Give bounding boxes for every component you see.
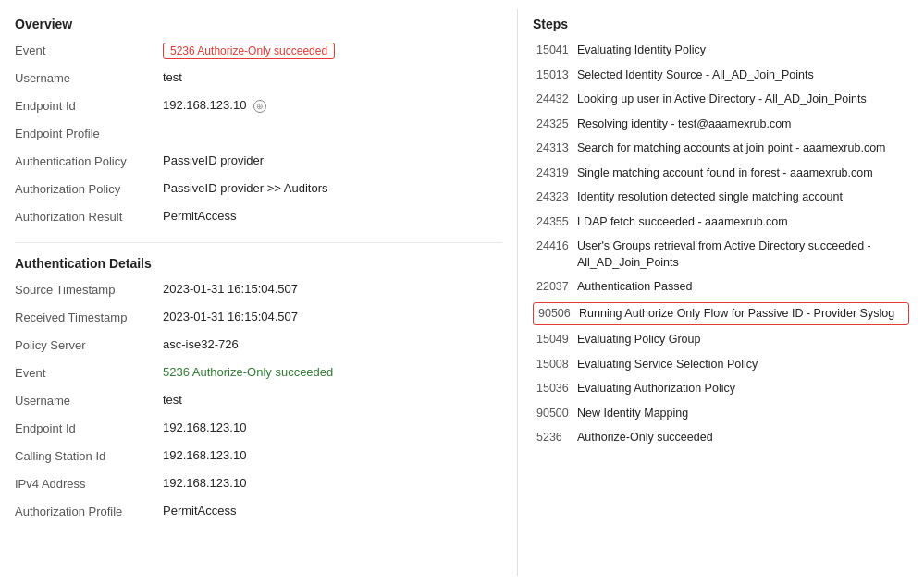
step-desc-14: New Identity Mapping — [577, 406, 906, 422]
step-code-12: 15008 — [536, 357, 577, 371]
step-desc-6: Identity resolution detected single matc… — [577, 189, 906, 206]
step-desc-8: User's Groups retrieval from Active Dire… — [577, 238, 906, 271]
step-row-10: 90506Running Authorize Only Flow for Pas… — [533, 302, 909, 326]
field-row-endpoint-id-detail: Endpoint Id 192.168.123.10 — [15, 420, 502, 441]
step-code-10: 90506 — [538, 306, 579, 320]
step-row-12: 15008Evaluating Service Selection Policy — [533, 355, 909, 375]
step-code-3: 24325 — [536, 116, 577, 130]
label-authz-profile: Authorization Profile — [15, 504, 163, 518]
label-endpoint-profile: Endpoint Profile — [15, 126, 163, 140]
field-row-event-detail: Event 5236 Authorize-Only succeeded — [15, 365, 502, 385]
field-row-source-ts: Source Timestamp 2023-01-31 16:15:04.507 — [15, 282, 502, 302]
endpoint-info-icon[interactable]: ⊕ — [253, 100, 266, 113]
value-auth-policy: PassiveID provider — [163, 153, 502, 167]
label-username: Username — [15, 70, 163, 85]
step-row-1: 15013Selected Identity Source - All_AD_J… — [533, 66, 909, 86]
step-code-13: 15036 — [536, 381, 577, 395]
step-row-7: 24355LDAP fetch succeeded - aaamexrub.co… — [533, 213, 909, 233]
step-code-0: 15041 — [536, 43, 577, 56]
section-divider — [15, 242, 502, 243]
field-row-auth-policy: Authentication Policy PassiveID provider — [15, 153, 502, 174]
step-row-4: 24313Search for matching accounts at joi… — [533, 139, 909, 159]
value-source-ts: 2023-01-31 16:15:04.507 — [163, 282, 502, 296]
step-row-15: 5236Authorize-Only succeeded — [533, 428, 909, 448]
right-panel: Steps 15041Evaluating Identity Policy150… — [518, 9, 924, 576]
step-desc-11: Evaluating Policy Group — [577, 332, 906, 348]
step-code-5: 24319 — [536, 165, 577, 179]
step-code-1: 15013 — [536, 67, 577, 81]
step-desc-2: Looking up user in Active Directory - Al… — [577, 91, 906, 108]
label-policy-server: Policy Server — [15, 337, 163, 352]
field-row-ipv4: IPv4 Address 192.168.123.10 — [15, 476, 502, 496]
step-desc-7: LDAP fetch succeeded - aaamexrub.com — [577, 214, 906, 231]
step-code-14: 90500 — [536, 406, 577, 420]
event-detail-badge: 5236 Authorize-Only succeeded — [163, 365, 333, 379]
auth-details-title: Authentication Details — [15, 256, 502, 271]
step-code-15: 5236 — [536, 430, 577, 444]
label-event-detail: Event — [15, 365, 163, 380]
value-endpoint-id-detail: 192.168.123.10 — [163, 420, 502, 434]
step-code-7: 24355 — [536, 214, 577, 228]
field-row-endpoint-profile: Endpoint Profile — [15, 126, 502, 146]
label-endpoint-id-detail: Endpoint Id — [15, 420, 163, 435]
step-desc-13: Evaluating Authorization Policy — [577, 381, 906, 397]
step-row-9: 22037Authentication Passed — [533, 277, 909, 298]
label-ipv4: IPv4 Address — [15, 476, 163, 491]
field-row-event: Event 5236 Authorize-Only succeeded — [15, 43, 502, 63]
value-ipv4: 192.168.123.10 — [163, 476, 502, 490]
value-authz-profile: PermitAccess — [163, 504, 502, 518]
auth-details-section: Authentication Details Source Timestamp … — [15, 256, 502, 524]
value-authz-result: PermitAccess — [163, 209, 502, 223]
value-received-ts: 2023-01-31 16:15:04.507 — [163, 310, 502, 323]
step-desc-0: Evaluating Identity Policy — [577, 43, 906, 59]
step-row-3: 24325Resolving identity - test@aaamexrub… — [533, 115, 909, 135]
step-code-8: 24416 — [536, 238, 577, 252]
event-badge: 5236 Authorize-Only succeeded — [163, 43, 335, 59]
field-row-username-detail: Username test — [15, 393, 502, 413]
label-source-ts: Source Timestamp — [15, 282, 163, 297]
step-code-4: 24313 — [536, 140, 577, 154]
step-code-9: 22037 — [536, 279, 577, 293]
step-row-6: 24323Identity resolution detected single… — [533, 188, 909, 208]
value-event: 5236 Authorize-Only succeeded — [163, 43, 502, 59]
step-code-6: 24323 — [536, 189, 577, 203]
step-row-14: 90500New Identity Mapping — [533, 404, 909, 424]
value-calling-station: 192.168.123.10 — [163, 448, 502, 462]
field-row-endpoint-id: Endpoint Id 192.168.123.10 ⊕ — [15, 98, 502, 118]
step-desc-12: Evaluating Service Selection Policy — [577, 357, 906, 373]
step-desc-1: Selected Identity Source - All_AD_Join_P… — [577, 67, 906, 84]
step-desc-3: Resolving identity - test@aaamexrub.com — [577, 116, 906, 133]
step-desc-9: Authentication Passed — [577, 279, 906, 296]
field-row-username: Username test — [15, 70, 502, 91]
value-username-detail: test — [163, 393, 502, 407]
value-endpoint-id: 192.168.123.10 ⊕ — [163, 98, 502, 113]
field-row-calling-station: Calling Station Id 192.168.123.10 — [15, 448, 502, 469]
field-row-policy-server: Policy Server asc-ise32-726 — [15, 337, 502, 358]
left-panel: Overview Event 5236 Authorize-Only succe… — [0, 9, 518, 576]
step-row-13: 15036Evaluating Authorization Policy — [533, 379, 909, 399]
label-calling-station: Calling Station Id — [15, 448, 163, 463]
steps-list: 15041Evaluating Identity Policy15013Sele… — [533, 41, 909, 448]
label-event: Event — [15, 43, 163, 57]
field-row-authz-policy: Authorization Policy PassiveID provider … — [15, 181, 502, 201]
label-received-ts: Received Timestamp — [15, 310, 163, 324]
value-username: test — [163, 70, 502, 84]
label-username-detail: Username — [15, 393, 163, 408]
step-desc-15: Authorize-Only succeeded — [577, 430, 906, 446]
step-row-0: 15041Evaluating Identity Policy — [533, 41, 909, 61]
step-desc-5: Single matching account found in forest … — [577, 165, 906, 182]
overview-title: Overview — [15, 17, 502, 31]
step-row-8: 24416User's Groups retrieval from Active… — [533, 237, 909, 273]
steps-title: Steps — [533, 17, 909, 31]
field-row-authz-profile: Authorization Profile PermitAccess — [15, 504, 502, 524]
step-row-5: 24319Single matching account found in fo… — [533, 164, 909, 184]
label-authz-policy: Authorization Policy — [15, 181, 163, 196]
field-row-received-ts: Received Timestamp 2023-01-31 16:15:04.5… — [15, 310, 502, 330]
value-authz-policy: PassiveID provider >> Auditors — [163, 181, 502, 195]
label-authz-result: Authorization Result — [15, 209, 163, 224]
step-code-2: 24432 — [536, 91, 577, 105]
step-desc-4: Search for matching accounts at join poi… — [577, 140, 906, 157]
value-event-detail: 5236 Authorize-Only succeeded — [163, 365, 502, 379]
step-row-11: 15049Evaluating Policy Group — [533, 330, 909, 350]
step-desc-10: Running Authorize Only Flow for Passive … — [579, 306, 904, 323]
